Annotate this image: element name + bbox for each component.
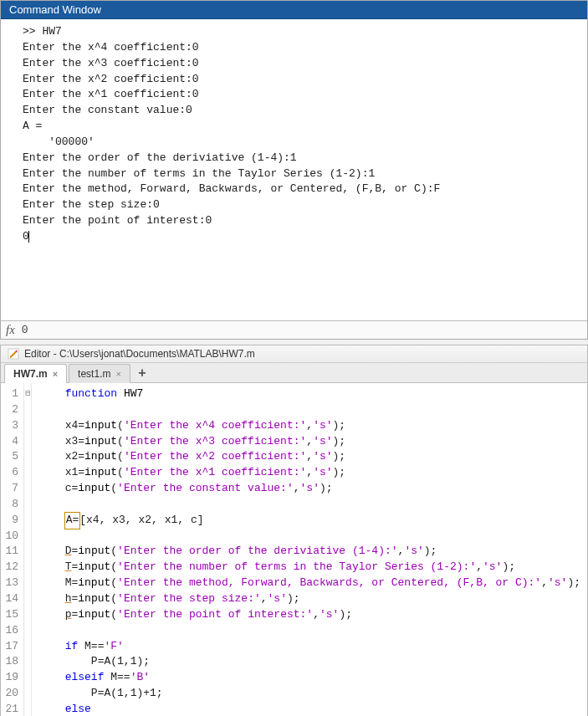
code-line — [38, 497, 580, 513]
fold-marker — [24, 497, 31, 513]
code-line: x3=input('Enter the x^3 coefficient:','s… — [38, 434, 580, 450]
add-tab-button[interactable]: + — [132, 363, 152, 382]
command-window-panel: Command Window >> HW7Enter the x^4 coeff… — [0, 0, 588, 340]
editor-tab-test1-m[interactable]: test1.m× — [69, 364, 130, 383]
cmd-output-line: Enter the x^4 coefficient:0 — [23, 40, 579, 56]
cmd-output-line: Enter the point of interest:0 — [23, 213, 579, 229]
cmd-output-line: 0 — [23, 229, 579, 245]
fold-marker — [24, 702, 31, 716]
cmd-output-line: Enter the number of terms in the Taylor … — [23, 166, 579, 182]
fold-marker — [24, 434, 31, 450]
tab-label: test1.m — [78, 368, 110, 380]
code-text[interactable]: function HW7 x4=input('Enter the x^4 coe… — [32, 383, 587, 716]
code-line: function HW7 — [38, 386, 580, 402]
code-line: P=A(1,1); — [38, 654, 580, 670]
cmd-output-line: Enter the constant value:0 — [23, 103, 579, 119]
line-number: 8 — [4, 497, 18, 513]
editor-panel: Editor - C:\Users\jonat\Documents\MATLAB… — [0, 345, 588, 716]
editor-pencil-icon — [8, 348, 19, 360]
fold-marker[interactable]: ⊟ — [24, 386, 31, 402]
code-line: else — [38, 702, 580, 716]
fx-bar[interactable]: fx 0 — [1, 320, 587, 339]
line-number: 11 — [4, 544, 18, 560]
cmd-output-line: '00000' — [23, 135, 579, 151]
line-number: 14 — [4, 591, 18, 607]
code-line: T=input('Enter the number of terms in th… — [38, 560, 580, 575]
line-number: 4 — [4, 434, 18, 450]
line-number: 5 — [4, 449, 18, 465]
fold-marker — [24, 481, 31, 497]
code-line: x1=input('Enter the x^1 coefficient:','s… — [38, 465, 580, 481]
line-number: 16 — [4, 623, 18, 639]
line-number: 18 — [4, 654, 18, 670]
editor-title: Editor - C:\Users\jonat\Documents\MATLAB… — [24, 348, 255, 360]
cmd-output-line: Enter the order of the deriviative (1-4)… — [23, 151, 579, 166]
code-area: 1234567891011121314151617181920212223242… — [1, 383, 587, 716]
cmd-output-line: Enter the x^2 coefficient:0 — [23, 72, 579, 88]
fold-marker — [24, 513, 31, 529]
code-line: x2=input('Enter the x^2 coefficient:','s… — [38, 449, 580, 465]
code-line — [38, 402, 580, 418]
fold-marker — [24, 544, 31, 560]
code-line — [38, 623, 580, 639]
fold-marker — [24, 465, 31, 481]
command-window-output[interactable]: >> HW7Enter the x^4 coefficient:0Enter t… — [1, 19, 587, 320]
fold-marker — [24, 654, 31, 670]
cmd-output-line: Enter the step size:0 — [23, 197, 579, 213]
fold-marker — [24, 449, 31, 465]
editor-tab-hw7-m[interactable]: HW7.m× — [4, 364, 67, 383]
line-number: 21 — [4, 702, 18, 716]
cmd-output-line: A = — [23, 119, 579, 135]
line-number: 6 — [4, 465, 18, 481]
code-line: c=input('Enter the constant value:','s')… — [38, 481, 580, 497]
line-number: 2 — [4, 402, 18, 418]
fold-marker — [24, 529, 31, 545]
fx-value: 0 — [22, 324, 28, 336]
code-line: x4=input('Enter the x^4 coefficient:','s… — [38, 418, 580, 434]
cmd-output-line: Enter the x^3 coefficient:0 — [23, 56, 579, 72]
line-number: 7 — [4, 481, 18, 497]
line-number: 12 — [4, 560, 18, 575]
line-number: 19 — [4, 670, 18, 686]
fold-marker — [24, 670, 31, 686]
fold-marker — [24, 575, 31, 591]
cmd-output-line: >> HW7 — [23, 24, 579, 40]
code-line: A=[x4, x3, x2, x1, c] — [38, 513, 580, 529]
close-icon[interactable]: × — [115, 370, 120, 379]
code-line: elseif M=='B' — [38, 670, 580, 686]
cmd-output-line: Enter the x^1 coefficient:0 — [23, 87, 579, 103]
editor-tabstrip: HW7.m×test1.m×+ — [1, 363, 587, 383]
fold-marker — [24, 607, 31, 623]
fold-marker — [24, 418, 31, 434]
command-window-titlebar[interactable]: Command Window — [1, 1, 587, 19]
editor-header[interactable]: Editor - C:\Users\jonat\Documents\MATLAB… — [1, 345, 587, 363]
fold-marker — [24, 560, 31, 575]
cmd-output-line: Enter the method, Forward, Backwards, or… — [23, 182, 579, 197]
text-cursor — [28, 231, 29, 243]
code-line: p=input('Enter the point of interest:','… — [38, 607, 580, 623]
code-line: h=input('Enter the step size:','s'); — [38, 591, 580, 607]
fold-marker — [24, 686, 31, 702]
line-number: 1 — [4, 386, 18, 402]
line-number: 20 — [4, 686, 18, 702]
line-number: 10 — [4, 529, 18, 545]
line-number: 9 — [4, 513, 18, 529]
fold-column: ⊟ — [24, 383, 32, 716]
fold-marker — [24, 639, 31, 655]
close-icon[interactable]: × — [53, 370, 58, 379]
code-line: P=A(1,1)+1; — [38, 686, 580, 702]
line-number-gutter: 1234567891011121314151617181920212223242… — [1, 383, 24, 716]
code-line: M=input('Enter the method, Forward, Back… — [38, 575, 580, 591]
line-number: 13 — [4, 575, 18, 591]
fold-marker — [24, 623, 31, 639]
tab-label: HW7.m — [13, 368, 48, 380]
line-number: 3 — [4, 418, 18, 434]
line-number: 15 — [4, 607, 18, 623]
command-window-title: Command Window — [9, 3, 101, 16]
code-line — [38, 529, 580, 545]
fx-icon: fx — [6, 323, 15, 337]
code-line: D=input('Enter the order of the deriviat… — [38, 544, 580, 560]
code-line: if M=='F' — [38, 639, 580, 655]
line-number: 17 — [4, 639, 18, 655]
fold-marker — [24, 591, 31, 607]
